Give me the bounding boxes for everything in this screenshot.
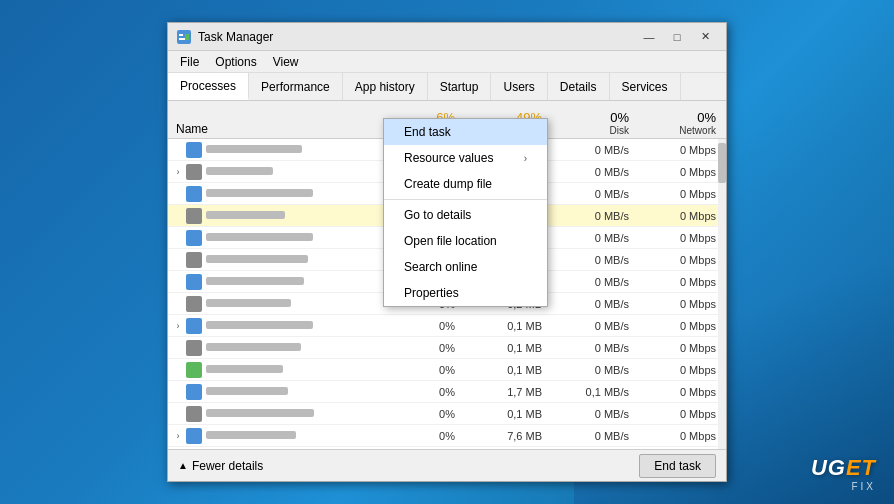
cpu-value: 0% (378, 386, 465, 398)
cpu-value: 0% (378, 430, 465, 442)
process-name (206, 365, 283, 373)
window-title: Task Manager (198, 30, 636, 44)
tab-details[interactable]: Details (548, 73, 610, 100)
context-menu-item-search-online[interactable]: Search online (384, 254, 547, 280)
close-button[interactable]: ✕ (692, 27, 718, 47)
svg-rect-3 (185, 34, 189, 40)
process-name (206, 255, 308, 263)
menu-separator (384, 199, 547, 200)
table-row[interactable]: 0%4,0 MB0 MB/s0 Mbps (168, 447, 726, 449)
process-name (206, 343, 301, 351)
process-icon (186, 340, 202, 356)
process-name (206, 145, 302, 153)
table-row[interactable]: ›0%0,1 MB0 MB/s0 Mbps (168, 315, 726, 337)
tab-users[interactable]: Users (491, 73, 547, 100)
process-icon (186, 428, 202, 444)
process-name (206, 277, 304, 285)
context-menu-item-create-dump-file[interactable]: Create dump file (384, 171, 547, 197)
expand-arrow (172, 254, 184, 266)
process-icon (186, 296, 202, 312)
status-bar: ▲ Fewer details End task (168, 449, 726, 481)
net-value: 0 Mbps (639, 188, 726, 200)
net-value: 0 Mbps (639, 342, 726, 354)
process-icon (186, 142, 202, 158)
expand-arrow[interactable]: › (172, 166, 184, 178)
disk-value: 0 MB/s (552, 232, 639, 244)
tab-app-history[interactable]: App history (343, 73, 428, 100)
net-value: 0 Mbps (639, 166, 726, 178)
process-icon (186, 318, 202, 334)
scrollbar[interactable] (718, 139, 726, 449)
process-icon (186, 208, 202, 224)
menu-view[interactable]: View (265, 53, 307, 71)
menu-file[interactable]: File (172, 53, 207, 71)
context-menu-item-end-task[interactable]: End task (384, 119, 547, 145)
svg-rect-2 (179, 38, 185, 40)
process-icon (186, 406, 202, 422)
col-disk-header[interactable]: 0% Disk (552, 110, 639, 136)
tab-bar: Processes Performance App history Startu… (168, 73, 726, 101)
expand-arrow (172, 276, 184, 288)
context-menu-item-resource-values[interactable]: Resource values› (384, 145, 547, 171)
table-row[interactable]: 0%0,1 MB0 MB/s0 Mbps (168, 337, 726, 359)
net-value: 0 Mbps (639, 320, 726, 332)
process-name (206, 431, 296, 439)
col-name-header[interactable]: Name (168, 122, 378, 136)
disk-value: 0 MB/s (552, 144, 639, 156)
expand-arrow (172, 144, 184, 156)
taskmanager-icon (176, 29, 192, 45)
expand-arrow (172, 408, 184, 420)
disk-value: 0 MB/s (552, 254, 639, 266)
mem-value: 1,7 MB (465, 386, 552, 398)
chevron-up-icon: ▲ (178, 460, 188, 471)
table-row[interactable]: 0%1,7 MB0,1 MB/s0 Mbps (168, 381, 726, 403)
disk-value: 0 MB/s (552, 188, 639, 200)
net-value: 0 Mbps (639, 364, 726, 376)
expand-arrow[interactable]: › (172, 430, 184, 442)
table-row[interactable]: ›0%7,6 MB0 MB/s0 Mbps (168, 425, 726, 447)
expand-arrow (172, 364, 184, 376)
process-name (206, 321, 313, 329)
watermark-top: UGET (811, 455, 876, 481)
col-net-header[interactable]: 0% Network (639, 110, 726, 136)
tab-performance[interactable]: Performance (249, 73, 343, 100)
process-name (206, 387, 288, 395)
net-value: 0 Mbps (639, 386, 726, 398)
expand-arrow[interactable]: › (172, 320, 184, 332)
process-name (206, 409, 314, 417)
scrollbar-thumb[interactable] (718, 143, 726, 183)
window-controls: — □ ✕ (636, 27, 718, 47)
tab-startup[interactable]: Startup (428, 73, 492, 100)
end-task-button[interactable]: End task (639, 454, 716, 478)
context-menu-item-properties[interactable]: Properties (384, 280, 547, 306)
tab-processes[interactable]: Processes (168, 73, 249, 100)
title-bar: Task Manager — □ ✕ (168, 23, 726, 51)
process-name (206, 167, 273, 175)
mem-value: 0,1 MB (465, 364, 552, 376)
mem-value: 7,6 MB (465, 430, 552, 442)
disk-value: 0 MB/s (552, 276, 639, 288)
menu-options[interactable]: Options (207, 53, 264, 71)
cpu-value: 0% (378, 320, 465, 332)
maximize-button[interactable]: □ (664, 27, 690, 47)
net-value: 0 Mbps (639, 144, 726, 156)
mem-value: 0,1 MB (465, 408, 552, 420)
disk-value: 0 MB/s (552, 320, 639, 332)
net-value: 0 Mbps (639, 430, 726, 442)
disk-value: 0 MB/s (552, 166, 639, 178)
tab-services[interactable]: Services (610, 73, 681, 100)
process-name (206, 189, 313, 197)
context-menu-item-go-to-details[interactable]: Go to details (384, 202, 547, 228)
net-value: 0 Mbps (639, 254, 726, 266)
cpu-value: 0% (378, 408, 465, 420)
table-row[interactable]: 0%0,1 MB0 MB/s0 Mbps (168, 359, 726, 381)
fewer-details-button[interactable]: ▲ Fewer details (178, 459, 263, 473)
minimize-button[interactable]: — (636, 27, 662, 47)
mem-value: 0,1 MB (465, 320, 552, 332)
process-icon (186, 164, 202, 180)
cpu-value: 0% (378, 342, 465, 354)
table-row[interactable]: 0%0,1 MB0 MB/s0 Mbps (168, 403, 726, 425)
context-menu-item-open-file-location[interactable]: Open file location (384, 228, 547, 254)
expand-arrow (172, 386, 184, 398)
disk-value: 0 MB/s (552, 298, 639, 310)
